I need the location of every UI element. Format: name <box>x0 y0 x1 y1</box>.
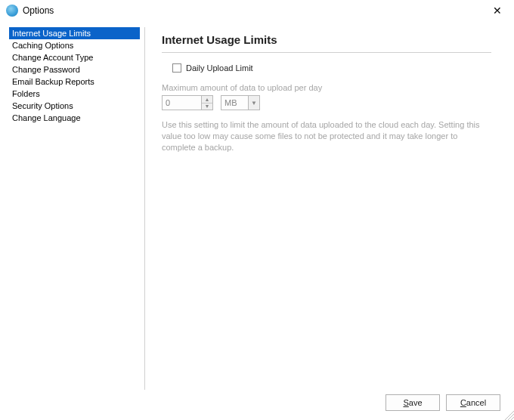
sidebar-item-label: Caching Options <box>12 41 73 50</box>
app-icon <box>6 5 18 17</box>
panel-title: Internet Usage Limits <box>162 33 491 46</box>
sidebar-item-change-account-type[interactable]: Change Account Type <box>9 51 140 63</box>
content-area: Internet Usage Limits Caching Options Ch… <box>0 21 514 390</box>
sidebar-item-internet-usage-limits[interactable]: Internet Usage Limits <box>9 27 140 39</box>
button-label: Save <box>403 398 422 407</box>
help-text: Use this setting to limit the amount of … <box>162 119 491 153</box>
checkbox-label: Daily Upload Limit <box>186 63 253 73</box>
sidebar-item-security-options[interactable]: Security Options <box>9 100 140 112</box>
sidebar-item-caching-options[interactable]: Caching Options <box>9 39 140 51</box>
resize-grip-icon <box>502 408 514 420</box>
svg-line-2 <box>511 417 514 420</box>
main-panel: Internet Usage Limits Daily Upload Limit… <box>145 27 505 390</box>
daily-upload-limit-checkbox[interactable]: Daily Upload Limit <box>162 63 491 73</box>
sidebar-item-change-language[interactable]: Change Language <box>9 112 140 124</box>
dialog-buttons: Save Cancel <box>386 394 500 411</box>
spinner-buttons: ▲ ▼ <box>201 96 212 110</box>
close-button[interactable]: ✕ <box>487 3 508 18</box>
sidebar-item-email-backup-reports[interactable]: Email Backup Reports <box>9 76 140 88</box>
button-label: Cancel <box>460 398 486 407</box>
sidebar-item-change-password[interactable]: Change Password <box>9 63 140 76</box>
svg-line-1 <box>508 414 514 420</box>
upload-unit-value: MB <box>221 96 248 110</box>
sidebar: Internet Usage Limits Caching Options Ch… <box>9 27 145 390</box>
max-upload-label: Maximum amount of data to upload per day <box>162 83 491 92</box>
sidebar-item-label: Email Backup Reports <box>12 77 94 86</box>
sidebar-item-label: Change Language <box>12 113 81 122</box>
chevron-up-icon: ▲ <box>205 97 210 102</box>
close-icon: ✕ <box>493 5 502 17</box>
sidebar-item-label: Folders <box>12 89 40 98</box>
titlebar: Options ✕ <box>0 0 514 21</box>
upload-amount-input[interactable]: 0 ▲ ▼ <box>162 95 213 110</box>
upload-amount-value: 0 <box>163 96 201 110</box>
chevron-down-icon: ▼ <box>205 103 210 109</box>
select-dropdown-button[interactable]: ▼ <box>248 96 259 110</box>
cancel-button[interactable]: Cancel <box>446 394 500 411</box>
chevron-down-icon: ▼ <box>251 100 257 107</box>
upload-amount-row: 0 ▲ ▼ MB ▼ <box>162 95 491 110</box>
sidebar-item-folders[interactable]: Folders <box>9 88 140 100</box>
checkbox-icon <box>172 63 181 73</box>
sidebar-item-label: Change Account Type <box>12 53 93 62</box>
save-button[interactable]: Save <box>386 394 440 411</box>
panel-divider <box>162 52 491 53</box>
upload-unit-select[interactable]: MB ▼ <box>221 95 260 110</box>
spinner-up-button[interactable]: ▲ <box>202 96 212 103</box>
sidebar-item-label: Internet Usage Limits <box>12 29 91 38</box>
sidebar-item-label: Change Password <box>12 65 80 74</box>
spinner-down-button[interactable]: ▼ <box>202 103 212 110</box>
sidebar-item-label: Security Options <box>12 101 73 110</box>
window-title: Options <box>23 5 487 16</box>
svg-line-0 <box>505 411 514 420</box>
